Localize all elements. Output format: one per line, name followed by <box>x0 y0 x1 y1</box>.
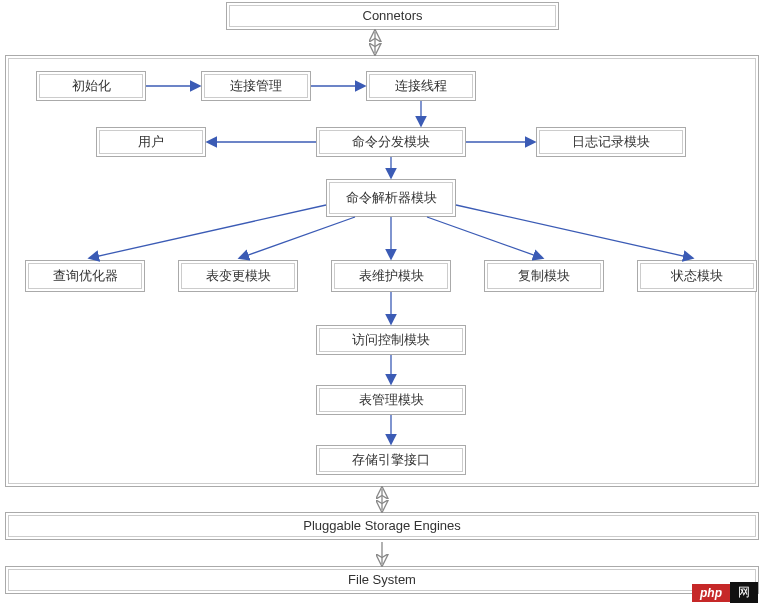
label: 表管理模块 <box>359 392 424 409</box>
label: 命令分发模块 <box>352 134 430 151</box>
node-replicate: 复制模块 <box>484 260 604 292</box>
node-parser: 命令解析器模块 <box>326 179 456 217</box>
node-pluggable: Pluggable Storage Engines <box>5 512 759 540</box>
node-connectors: Connetors <box>226 2 559 30</box>
label: 连接线程 <box>395 78 447 95</box>
label: 表变更模块 <box>206 268 271 285</box>
node-access-ctrl: 访问控制模块 <box>316 325 466 355</box>
label: 存储引擎接口 <box>352 452 430 469</box>
label: 日志记录模块 <box>572 134 650 151</box>
label: 用户 <box>138 134 164 151</box>
watermark-php: php <box>692 584 730 602</box>
label: 访问控制模块 <box>352 332 430 349</box>
node-user: 用户 <box>96 127 206 157</box>
label: 查询优化器 <box>53 268 118 285</box>
node-filesystem: File System <box>5 566 759 594</box>
label: 命令解析器模块 <box>346 190 437 207</box>
node-alter: 表变更模块 <box>178 260 298 292</box>
node-optimizer: 查询优化器 <box>25 260 145 292</box>
node-init: 初始化 <box>36 71 146 101</box>
watermark: php 网 <box>692 582 758 603</box>
label: Pluggable Storage Engines <box>303 518 461 535</box>
watermark-text: 网 <box>730 582 758 603</box>
node-log: 日志记录模块 <box>536 127 686 157</box>
label: 复制模块 <box>518 268 570 285</box>
node-table-mgmt: 表管理模块 <box>316 385 466 415</box>
node-dispatch: 命令分发模块 <box>316 127 466 157</box>
label: File System <box>348 572 416 589</box>
node-status: 状态模块 <box>637 260 757 292</box>
label: 表维护模块 <box>359 268 424 285</box>
node-conn-mgmt: 连接管理 <box>201 71 311 101</box>
label: 状态模块 <box>671 268 723 285</box>
node-storage-if: 存储引擎接口 <box>316 445 466 475</box>
node-maintain: 表维护模块 <box>331 260 451 292</box>
label: 连接管理 <box>230 78 282 95</box>
label: 初始化 <box>72 78 111 95</box>
node-conn-thread: 连接线程 <box>366 71 476 101</box>
label: Connetors <box>363 8 423 25</box>
